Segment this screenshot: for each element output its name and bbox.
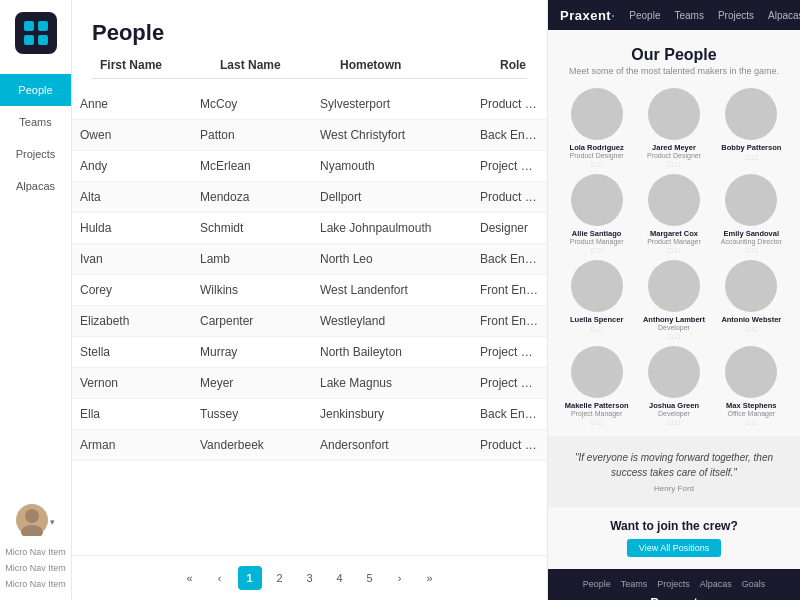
pagination-last[interactable]: » <box>418 566 442 590</box>
person-avatar <box>725 260 777 312</box>
social-icon[interactable]: □ <box>753 154 757 161</box>
person-role: Office Manager <box>727 410 775 417</box>
avatar[interactable] <box>16 504 48 536</box>
cell-first-name: Stella <box>80 345 200 359</box>
nav-link-projects[interactable]: Projects <box>718 10 754 21</box>
pagination-page-5[interactable]: 5 <box>358 566 382 590</box>
pagination-page-2[interactable]: 2 <box>268 566 292 590</box>
person-card[interactable]: Makelle Patterson Project Manager □ □ <box>562 346 631 426</box>
person-name: Antonio Webster <box>721 315 781 324</box>
footer-link-alpacas[interactable]: Alpacas <box>700 579 732 589</box>
social-icon[interactable]: □ <box>675 333 679 340</box>
link-icon[interactable]: □ <box>668 419 672 426</box>
avatar-chevron[interactable]: ▾ <box>50 517 55 527</box>
table-row[interactable]: Alta Mendoza Dellport Product Ma... <box>72 182 547 213</box>
person-card[interactable]: Joshua Green Developer □ □ <box>639 346 708 426</box>
person-card[interactable]: Luella Spencer □ □ <box>562 260 631 340</box>
cell-first-name: Arman <box>80 438 200 452</box>
link-icon[interactable]: □ <box>668 161 672 168</box>
link-icon[interactable]: □ <box>746 154 750 161</box>
table-row[interactable]: Vernon Meyer Lake Magnus Project Mar... <box>72 368 547 399</box>
micro-nav-3[interactable]: Micro Nav Item <box>5 576 66 592</box>
social-icon[interactable]: □ <box>675 247 679 254</box>
table-row[interactable]: Stella Murray North Baileyton Project Ma… <box>72 337 547 368</box>
pagination-first[interactable]: « <box>178 566 202 590</box>
pagination-page-4[interactable]: 4 <box>328 566 352 590</box>
social-icon[interactable]: □ <box>753 326 757 333</box>
table-row[interactable]: Hulda Schmidt Lake Johnpaulmouth Designe… <box>72 213 547 244</box>
sidebar-item-projects[interactable]: Projects <box>0 138 71 170</box>
cell-first-name: Ivan <box>80 252 200 266</box>
table-row[interactable]: Elizabeth Carpenter Westleyland Front En… <box>72 306 547 337</box>
link-icon[interactable]: □ <box>591 247 595 254</box>
micro-nav-2[interactable]: Micro Nav Item <box>5 560 66 576</box>
cell-last-name: McCoy <box>200 97 320 111</box>
person-card[interactable]: Antonio Webster □ □ <box>717 260 786 340</box>
sidebar-item-people[interactable]: People <box>0 74 71 106</box>
social-icon[interactable]: □ <box>753 247 757 254</box>
social-icon[interactable]: □ <box>598 247 602 254</box>
person-card[interactable]: Margaret Cox Product Manager □ □ <box>639 174 708 254</box>
link-icon[interactable]: □ <box>746 326 750 333</box>
person-card[interactable]: Allie Santiago Product Manager □ □ <box>562 174 631 254</box>
cell-role: Back End D... <box>480 128 539 142</box>
pagination-page-1[interactable]: 1 <box>238 566 262 590</box>
pagination-prev[interactable]: ‹ <box>208 566 232 590</box>
cell-last-name: Vanderbeek <box>200 438 320 452</box>
link-icon[interactable]: □ <box>668 333 672 340</box>
person-avatar <box>725 346 777 398</box>
cell-last-name: Meyer <box>200 376 320 390</box>
person-card[interactable]: Bobby Patterson □ □ <box>717 88 786 168</box>
cell-hometown: Sylvesterport <box>320 97 480 111</box>
footer-link-projects[interactable]: Projects <box>657 579 690 589</box>
footer-nav: People Teams Projects Alpacas Goals <box>562 579 786 589</box>
pagination-next[interactable]: › <box>388 566 412 590</box>
cell-role: Product Ma... <box>480 190 539 204</box>
table-row[interactable]: Arman Vanderbeek Andersonfort Product Ma… <box>72 430 547 461</box>
micro-nav-1[interactable]: Micro Nav Item <box>5 544 66 560</box>
footer-link-goals[interactable]: Goals <box>742 579 766 589</box>
person-card[interactable]: Lola Rodriguez Product Designer □ □ <box>562 88 631 168</box>
table-row[interactable]: Corey Wilkins West Landenfort Front End … <box>72 275 547 306</box>
cell-role: Back End D... <box>480 252 539 266</box>
table-header: People First Name Last Name Hometown Rol… <box>72 0 547 89</box>
svg-rect-2 <box>24 35 34 45</box>
cell-hometown: Andersonfort <box>320 438 480 452</box>
social-icon[interactable]: □ <box>598 419 602 426</box>
pagination-page-3[interactable]: 3 <box>298 566 322 590</box>
table-row[interactable]: Owen Patton West Christyfort Back End D.… <box>72 120 547 151</box>
social-icon[interactable]: □ <box>675 161 679 168</box>
view-all-positions-button[interactable]: View All Positions <box>627 539 721 557</box>
footer-link-people[interactable]: People <box>583 579 611 589</box>
cell-first-name: Anne <box>80 97 200 111</box>
person-card[interactable]: Max Stephens Office Manager □ □ <box>717 346 786 426</box>
nav-link-teams[interactable]: Teams <box>674 10 703 21</box>
social-icon[interactable]: □ <box>753 419 757 426</box>
person-icons: □ □ <box>591 419 602 426</box>
cell-last-name: Tussey <box>200 407 320 421</box>
person-card[interactable]: Jared Meyer Product Designer □ □ <box>639 88 708 168</box>
footer-link-teams[interactable]: Teams <box>621 579 648 589</box>
link-icon[interactable]: □ <box>591 161 595 168</box>
table-row[interactable]: Ivan Lamb North Leo Back End D... <box>72 244 547 275</box>
table-row[interactable]: Andy McErlean Nyamouth Project Mar... <box>72 151 547 182</box>
person-card[interactable]: Emily Sandoval Accounting Director □ □ <box>717 174 786 254</box>
nav-link-people[interactable]: People <box>629 10 660 21</box>
link-icon[interactable]: □ <box>591 326 595 333</box>
nav-link-alpacas[interactable]: Alpacas <box>768 10 800 21</box>
table-row[interactable]: Ella Tussey Jenkinsbury Back End D... <box>72 399 547 430</box>
cell-role: Front End D... <box>480 283 539 297</box>
social-icon[interactable]: □ <box>675 419 679 426</box>
link-icon[interactable]: □ <box>591 419 595 426</box>
person-card[interactable]: Anthony Lambert Developer □ □ <box>639 260 708 340</box>
sidebar-item-teams[interactable]: Teams <box>0 106 71 138</box>
social-icon[interactable]: □ <box>598 161 602 168</box>
link-icon[interactable]: □ <box>746 419 750 426</box>
sidebar-item-alpacas[interactable]: Alpacas <box>0 170 71 202</box>
link-icon[interactable]: □ <box>746 247 750 254</box>
table-row[interactable]: Anne McCoy Sylvesterport Product Ma... <box>72 89 547 120</box>
link-icon[interactable]: □ <box>668 247 672 254</box>
sidebar-nav: People Teams Projects Alpacas <box>0 74 71 202</box>
social-icon[interactable]: □ <box>598 326 602 333</box>
footer: People Teams Projects Alpacas Goals Prax… <box>548 569 800 600</box>
